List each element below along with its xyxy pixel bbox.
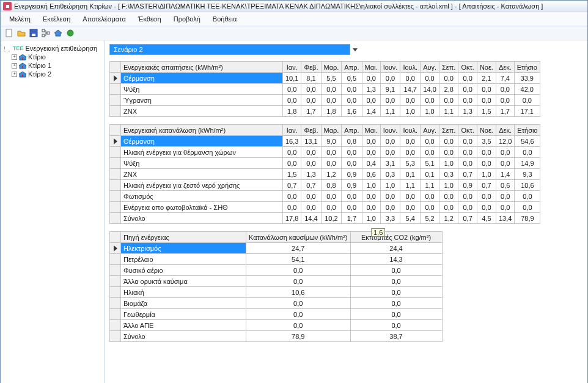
cell[interactable]: 9,0	[321, 136, 342, 147]
cell[interactable]: 0,0	[350, 276, 442, 287]
cell[interactable]: 0,9	[458, 180, 477, 191]
cell[interactable]: 0,3	[439, 169, 458, 180]
cell[interactable]: 0,6	[362, 169, 380, 180]
settings-icon[interactable]	[65, 28, 75, 38]
row-label[interactable]: Ύγρανση	[121, 95, 283, 106]
row-label[interactable]: Άλλο ΑΠΕ	[121, 320, 246, 331]
table-row[interactable]: Ψύξη0,00,00,00,01,39,114,714,02,80,00,00…	[110, 84, 540, 95]
row-label[interactable]: Θέρμανση	[121, 136, 283, 147]
table-row[interactable]: Βιομάζα0,00,0	[110, 298, 443, 309]
cell[interactable]: 0,0	[342, 202, 362, 213]
open-file-icon[interactable]	[17, 28, 26, 38]
cell[interactable]: 0,0	[515, 202, 540, 213]
cell[interactable]: 1,0	[439, 180, 458, 191]
row-selector[interactable]	[110, 169, 121, 180]
cell[interactable]: 14,4	[301, 213, 321, 224]
cell[interactable]: 24,4	[350, 243, 442, 254]
cell[interactable]: 8,1	[301, 73, 321, 84]
cell[interactable]: 0,0	[350, 287, 442, 298]
cell[interactable]: 0,0	[439, 95, 458, 106]
cell[interactable]: 1,3	[458, 106, 477, 117]
row-selector[interactable]	[110, 136, 121, 147]
cell[interactable]: 1,0	[421, 106, 439, 117]
cell[interactable]: 0,7	[458, 169, 477, 180]
cell[interactable]: 0,0	[342, 158, 362, 169]
table-row[interactable]: Ηλιακή10,60,0	[110, 287, 443, 298]
table-row[interactable]: Θέρμανση10,18,15,50,50,00,00,00,00,00,02…	[110, 73, 540, 84]
cell[interactable]: 0,0	[283, 158, 301, 169]
table-row[interactable]: Ενέργεια απο φωτοβολταϊκά - ΣΗΘ0,00,00,0…	[110, 202, 540, 213]
cell[interactable]: 0,0	[246, 298, 351, 309]
row-selector[interactable]	[110, 73, 121, 84]
cell[interactable]: 0,0	[321, 147, 342, 158]
cell[interactable]: 0,0	[380, 95, 400, 106]
cell[interactable]: 38,7	[350, 331, 442, 342]
table-row[interactable]: Φωτισμός0,00,00,00,00,00,00,00,00,00,00,…	[110, 191, 540, 202]
cell[interactable]: 0,0	[458, 147, 477, 158]
cell[interactable]: 1,0	[380, 180, 400, 191]
cell[interactable]: 0,0	[362, 191, 380, 202]
tree-root-label[interactable]: Ενεργειακή επιθεώρηση	[26, 45, 98, 52]
cell[interactable]: 0,0	[458, 84, 477, 95]
cell[interactable]: 0,0	[350, 309, 442, 320]
cell[interactable]: 0,0	[321, 95, 342, 106]
row-label[interactable]: Σύνολο	[121, 213, 283, 224]
cell[interactable]: 16,3	[283, 136, 301, 147]
table-row[interactable]: Ηλεκτρισμός24,724,4	[110, 243, 443, 254]
table-row[interactable]: Θέρμανση16,313,19,00,80,00,00,00,00,00,0…	[110, 136, 540, 147]
row-selector[interactable]	[110, 106, 121, 117]
tree-item-label[interactable]: Κτίριο	[28, 53, 46, 61]
cell[interactable]: 0,0	[400, 191, 421, 202]
cell[interactable]: 0,0	[283, 84, 301, 95]
cell[interactable]: 0,0	[342, 147, 362, 158]
row-label[interactable]: Σύνολο	[121, 331, 246, 342]
cell[interactable]: 0,0	[496, 84, 514, 95]
cell[interactable]: 10,6	[515, 180, 540, 191]
menu-έκθεση[interactable]: Έκθεση	[133, 14, 166, 24]
cell[interactable]: 1,8	[283, 106, 301, 117]
cell[interactable]: 0,6	[496, 180, 514, 191]
cell[interactable]: 17,8	[283, 213, 301, 224]
cell[interactable]: 5,2	[421, 213, 439, 224]
cell[interactable]: 0,0	[514, 95, 540, 106]
row-label[interactable]: Ψύξη	[121, 84, 283, 95]
expand-icon[interactable]	[12, 54, 17, 60]
cell[interactable]: 17,1	[514, 106, 540, 117]
cell[interactable]: 1,5	[283, 169, 301, 180]
row-label[interactable]: Πετρέλαιο	[121, 254, 246, 265]
cell[interactable]: 0,0	[283, 202, 301, 213]
cell[interactable]: 0,0	[301, 202, 321, 213]
cell[interactable]: 0,0	[439, 136, 458, 147]
cell[interactable]: 1,3	[301, 169, 321, 180]
new-file-icon[interactable]	[4, 28, 14, 38]
row-selector[interactable]	[110, 84, 121, 95]
cell[interactable]: 1,7	[496, 106, 514, 117]
cell[interactable]: 0,0	[301, 84, 321, 95]
expand-icon[interactable]	[12, 63, 17, 69]
cell[interactable]: 7,4	[496, 73, 514, 84]
save-icon[interactable]	[29, 28, 39, 38]
cell[interactable]: 0,0	[400, 73, 421, 84]
cell[interactable]: 0,0	[496, 191, 514, 202]
row-selector[interactable]	[110, 320, 121, 331]
cell[interactable]: 5,1	[421, 158, 439, 169]
row-label[interactable]: Ενέργεια απο φωτοβολταϊκά - ΣΗΘ	[121, 202, 283, 213]
cell[interactable]: 1,4	[496, 169, 514, 180]
cell[interactable]: 1,0	[400, 106, 421, 117]
row-label[interactable]: Ηλεκτρισμός	[121, 243, 246, 254]
row-label[interactable]: Ηλιακή ενέργεια για θέρμανση χώρων	[121, 147, 283, 158]
cell[interactable]: 0,0	[458, 73, 477, 84]
cell[interactable]: 0,0	[477, 158, 496, 169]
cell[interactable]: 0,0	[380, 191, 400, 202]
cell[interactable]: 1,8	[321, 106, 342, 117]
cell[interactable]: 0,0	[458, 202, 477, 213]
cell[interactable]: 0,0	[342, 191, 362, 202]
row-label[interactable]: Ψύξη	[121, 158, 283, 169]
cell[interactable]: 0,8	[321, 180, 342, 191]
cell[interactable]: 54,1	[246, 254, 351, 265]
cell[interactable]: 0,0	[246, 276, 351, 287]
row-label[interactable]: ZNX	[121, 169, 283, 180]
table-row[interactable]: ZNX1,81,71,81,61,41,11,01,01,11,31,51,71…	[110, 106, 540, 117]
cell[interactable]: 14,9	[515, 158, 540, 169]
cell[interactable]: 1,1	[400, 180, 421, 191]
